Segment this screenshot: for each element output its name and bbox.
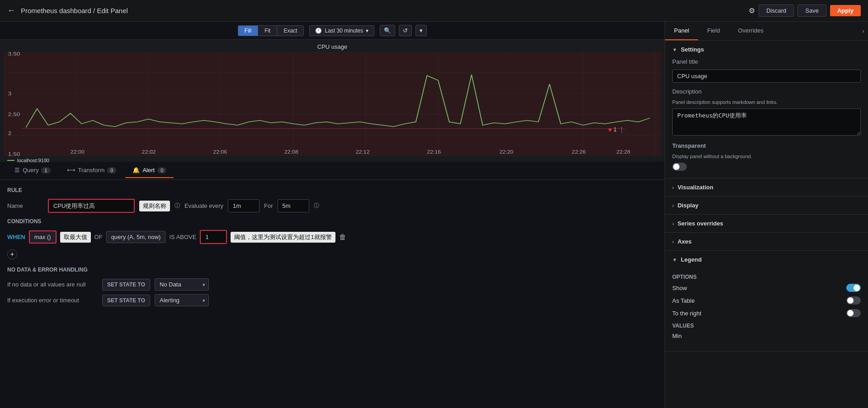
panel-title-row: Panel title	[672, 58, 861, 65]
rule-name-row: Name 规则名称 ⓘ Evaluate every For ⓘ	[7, 199, 657, 213]
fit-button[interactable]: Fit	[258, 26, 277, 36]
svg-rect-1	[4, 52, 661, 156]
chart-area: CPU usage	[0, 40, 665, 162]
legend-as-table-label: As Table	[672, 297, 846, 304]
alert-tab-icon: 🔔	[132, 167, 140, 174]
right-tab-panel[interactable]: Panel	[665, 22, 698, 40]
evaluate-label: Evaluate every	[184, 202, 223, 209]
transparent-toggle[interactable]	[672, 163, 687, 171]
visualization-header[interactable]: › Visualization	[665, 178, 868, 196]
fill-button[interactable]: Fill	[238, 26, 258, 36]
set-state-label-2: SET STATE TO	[102, 295, 150, 306]
right-tab-overrides[interactable]: Overrides	[729, 22, 772, 40]
legend-show-toggle[interactable]	[846, 284, 861, 292]
rule-info-icon[interactable]: ⓘ	[175, 202, 180, 210]
svg-text:3: 3	[8, 91, 12, 97]
transparent-hint: Display panel without a background.	[672, 154, 861, 159]
rule-name-label: Name	[7, 202, 43, 209]
svg-text:22:00: 22:00	[71, 150, 85, 155]
legend-as-table-row: As Table	[672, 296, 861, 305]
of-label: OF	[94, 234, 103, 240]
gear-button[interactable]: ⚙	[749, 6, 755, 15]
time-range-label: Last 30 minutes	[325, 28, 363, 34]
evaluate-every-input[interactable]	[228, 199, 259, 212]
for-input[interactable]	[278, 199, 309, 212]
time-picker-button[interactable]: 🕐 Last 30 minutes ▾	[309, 25, 374, 36]
series-overrides-header[interactable]: › Series overrides	[665, 215, 868, 232]
series-overrides-chevron-icon: ›	[672, 221, 674, 226]
fill-fit-exact-group: Fill Fit Exact	[238, 25, 304, 36]
exact-button[interactable]: Exact	[277, 26, 303, 36]
threshold-input[interactable]	[200, 230, 227, 244]
legend-body: Options Show As Table	[665, 274, 868, 351]
annotation-max: 取最大值	[60, 232, 91, 243]
legend-header[interactable]: ▼ Legend	[665, 251, 868, 268]
svg-text:22:06: 22:06	[213, 150, 227, 155]
right-panel: Panel Field Overrides › ▼ Settings Panel…	[665, 22, 868, 408]
refresh-button[interactable]: ↺	[399, 25, 412, 36]
legend-to-right-row: To the right	[672, 309, 861, 317]
conditions-row: WHEN max () 取最大值 OF query (A, 5m, now) I…	[7, 230, 657, 244]
back-button[interactable]: ←	[7, 6, 15, 15]
alert-tab-label: Alert	[142, 167, 155, 174]
delete-condition-button[interactable]: 🗑	[339, 233, 346, 241]
svg-text:22:28: 22:28	[616, 150, 630, 155]
svg-text:22:02: 22:02	[142, 150, 156, 155]
chart-svg-container: 3.50 3 2.50 2 1.50 22:00 22:02 22:06 22:…	[4, 52, 661, 156]
save-button[interactable]: Save	[797, 5, 826, 17]
legend-to-right-toggle[interactable]	[846, 309, 861, 317]
discard-button[interactable]: Discard	[759, 5, 794, 17]
description-label: Description	[672, 88, 861, 95]
legend-chevron-icon: ▼	[672, 257, 677, 263]
legend-label: localhost:9100	[17, 158, 49, 163]
add-condition-button[interactable]: +	[7, 249, 17, 259]
left-panel: Fill Fit Exact 🕐 Last 30 minutes ▾ 🔍 ↺ ▾…	[0, 22, 665, 408]
more-options-button[interactable]: ▾	[415, 25, 427, 36]
no-data-select-wrapper-2: Alerting No Data Keep Last State OK	[155, 294, 209, 306]
axes-section: › Axes	[665, 233, 868, 251]
svg-text:1.50: 1.50	[8, 151, 20, 156]
svg-text:22:20: 22:20	[500, 150, 514, 155]
when-label: WHEN	[7, 234, 25, 240]
top-header: ← Prometheus dashboard / Edit Panel ⚙ Di…	[0, 0, 868, 22]
query-chip[interactable]: query (A, 5m, now)	[106, 231, 166, 243]
alert-tab-badge: 0	[157, 167, 166, 174]
panel-title-input[interactable]	[672, 70, 861, 83]
chart-title: CPU usage	[4, 43, 661, 50]
right-expand-button[interactable]: ›	[859, 24, 868, 38]
description-textarea[interactable]: Prometheus的CPU使用率	[672, 108, 861, 136]
tab-query[interactable]: ☰ Query 1	[7, 163, 58, 178]
tab-transform[interactable]: ⟷ Transform 0	[60, 163, 124, 178]
svg-text:22:08: 22:08	[284, 150, 298, 155]
no-data-row-2: If execution error or timeout SET STATE …	[7, 294, 657, 306]
settings-body: Panel title Description Panel descriptio…	[665, 58, 868, 178]
time-chevron-icon: ▾	[366, 28, 368, 34]
display-header[interactable]: › Display	[665, 197, 868, 214]
chart-svg: 3.50 3 2.50 2 1.50 22:00 22:02 22:06 22:…	[4, 52, 661, 156]
chart-toolbar: Fill Fit Exact 🕐 Last 30 minutes ▾ 🔍 ↺ ▾	[0, 22, 665, 40]
svg-text:3.50: 3.50	[8, 52, 20, 57]
apply-button[interactable]: Apply	[830, 5, 861, 16]
legend-as-table-toggle[interactable]	[846, 296, 861, 305]
tab-alert[interactable]: 🔔 Alert 0	[125, 163, 174, 178]
right-tab-field[interactable]: Field	[698, 22, 729, 40]
chart-more-button[interactable]: ⋮	[618, 126, 625, 133]
series-overrides-label: Series overrides	[678, 220, 723, 227]
for-info-icon[interactable]: ⓘ	[314, 202, 319, 210]
description-hint: Panel description supports markdown and …	[672, 99, 861, 105]
axes-chevron-icon: ›	[672, 239, 674, 244]
max-chip[interactable]: max ()	[29, 230, 57, 244]
no-data-state-select-1[interactable]: No Data Alerting Keep Last State OK	[155, 278, 209, 291]
no-data-state-select-2[interactable]: Alerting No Data Keep Last State OK	[155, 294, 209, 306]
display-chevron-icon: ›	[672, 203, 674, 208]
zoom-button[interactable]: 🔍	[380, 25, 395, 36]
axes-header[interactable]: › Axes	[665, 233, 868, 250]
transparent-label: Transparent	[672, 142, 861, 149]
settings-header[interactable]: ▼ Settings	[665, 41, 868, 58]
legend-min-label: Min	[672, 333, 861, 339]
settings-section: ▼ Settings Panel title Description Panel…	[665, 41, 868, 178]
svg-text:22:26: 22:26	[572, 150, 586, 155]
legend-section: ▼ Legend Options Show As Ta	[665, 251, 868, 352]
rule-name-input[interactable]	[48, 199, 135, 213]
add-condition-row: +	[7, 249, 657, 259]
